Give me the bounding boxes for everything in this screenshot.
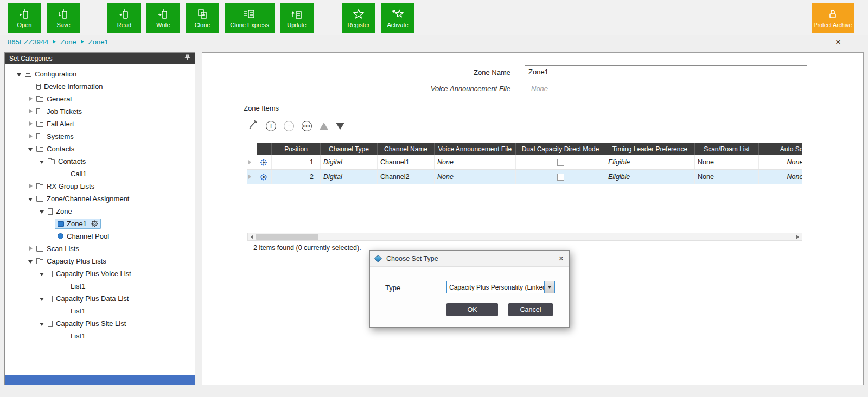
zone-name-input[interactable] (525, 65, 807, 78)
pin-icon[interactable] (184, 54, 190, 62)
chevron-down-icon[interactable] (40, 271, 45, 277)
tree-item-voice-list1[interactable]: List1 (5, 280, 195, 292)
clone-icon (196, 8, 208, 20)
zone-items-toolbar: + − ••• (247, 119, 344, 133)
selected-item-highlight[interactable]: Zone1 (55, 219, 101, 229)
tree-item-capacity-plus-voice-list[interactable]: Capacity Plus Voice List (5, 267, 195, 280)
header-scan-roam-list[interactable]: Scan/Roam List (695, 143, 759, 155)
cell-position: 1 (272, 155, 321, 169)
tree-item-data-list1[interactable]: List1 (5, 305, 195, 317)
configuration-icon (25, 72, 31, 77)
folder-icon (36, 247, 43, 252)
page-icon (48, 296, 53, 302)
tree-item-capacity-plus-lists[interactable]: Capacity Plus Lists (5, 255, 195, 267)
close-icon[interactable]: × (559, 254, 564, 263)
sidebar-horizontal-scrollbar[interactable] (5, 375, 195, 385)
breadcrumb-device[interactable]: 865EZZ3944 (8, 38, 48, 46)
chevron-right-icon[interactable] (28, 246, 34, 252)
header-voice-announcement-file[interactable]: Voice Announcement File (435, 143, 516, 155)
header-auto-scan[interactable]: Auto Scan (759, 143, 802, 155)
chevron-down-icon[interactable] (40, 296, 45, 302)
dialog-diamond-icon (374, 254, 382, 262)
folder-icon (36, 147, 43, 152)
dialog-titlebar[interactable]: Choose Set Type × (370, 251, 569, 267)
chevron-right-icon[interactable] (28, 121, 34, 127)
breadcrumb-zone1[interactable]: Zone1 (88, 38, 108, 46)
checkbox[interactable] (557, 159, 564, 166)
header-position[interactable]: Position (272, 143, 321, 155)
gear-icon[interactable] (91, 220, 98, 227)
edit-pencil-icon[interactable] (247, 119, 258, 132)
close-icon[interactable]: × (835, 37, 841, 47)
more-options-icon[interactable]: ••• (302, 121, 312, 131)
table-horizontal-scrollbar[interactable] (247, 233, 802, 241)
tree-item-contacts[interactable]: Contacts (5, 143, 195, 155)
register-button[interactable]: Register (342, 3, 375, 33)
tree-item-capacity-plus-data-list[interactable]: Capacity Plus Data List (5, 292, 195, 305)
chevron-down-icon[interactable] (28, 259, 34, 264)
tree-item-job-tickets[interactable]: Job Tickets (5, 105, 195, 118)
tree-item-systems[interactable]: Systems (5, 130, 195, 143)
tree-item-call1[interactable]: Call1 (5, 168, 195, 180)
tree-item-configuration[interactable]: Configuration (5, 68, 195, 80)
header-channel-name[interactable]: Channel Name (378, 143, 435, 155)
dialog-title: Choose Set Type (386, 255, 438, 262)
add-item-icon[interactable]: + (266, 121, 276, 131)
move-up-icon[interactable] (320, 123, 328, 130)
activate-button[interactable]: Activate (381, 3, 414, 33)
move-down-icon[interactable] (336, 123, 344, 130)
header-channel-type[interactable]: Channel Type (321, 143, 378, 155)
tree-item-zone-channel-assignment[interactable]: Zone/Channel Assignment (5, 193, 195, 205)
clone-button[interactable]: Clone (186, 3, 219, 33)
open-button[interactable]: Open (8, 3, 41, 33)
clone-express-button[interactable]: Clone Express (225, 3, 275, 33)
scroll-left-icon[interactable] (248, 233, 256, 240)
chevron-right-icon[interactable] (28, 97, 34, 102)
tree-item-zone1[interactable]: Zone1 (5, 217, 195, 230)
tree-item-device-information[interactable]: Device Information (5, 80, 195, 93)
chevron-down-icon[interactable] (28, 196, 34, 202)
header-dual-capacity-direct-mode[interactable]: Dual Capacity Direct Mode (516, 143, 605, 155)
set-type-dropdown[interactable]: Capacity Plus Personality (Linked (446, 281, 555, 293)
remove-item-icon[interactable]: − (284, 121, 294, 131)
chevron-down-icon[interactable] (544, 281, 554, 293)
save-button[interactable]: Save (47, 3, 80, 33)
update-button[interactable]: Update (280, 3, 314, 33)
read-button[interactable]: Read (107, 3, 141, 33)
folder-icon (36, 122, 43, 127)
table-row[interactable]: 1 Digital Channel1 None Eligible None No… (247, 155, 802, 170)
table-row[interactable]: 2 Digital Channel2 None Eligible None No… (247, 170, 802, 184)
chevron-right-icon[interactable] (28, 134, 34, 139)
tree-item-general[interactable]: General (5, 93, 195, 105)
checkbox[interactable] (557, 174, 564, 181)
voice-announcement-file-value: None (531, 85, 548, 93)
chevron-down-icon[interactable] (28, 146, 34, 152)
radio-icon (36, 84, 41, 90)
write-button[interactable]: Write (146, 3, 180, 33)
chevron-right-icon[interactable] (28, 109, 34, 114)
breadcrumb-zone[interactable]: Zone (60, 38, 76, 46)
chevron-down-icon[interactable] (40, 321, 45, 326)
tree-item-capacity-plus-site-list[interactable]: Capacity Plus Site List (5, 317, 195, 330)
chevron-down-icon[interactable] (40, 159, 45, 164)
page-icon (48, 208, 53, 215)
tree-item-contacts-sub[interactable]: Contacts (5, 155, 195, 168)
row-expander[interactable] (247, 155, 257, 169)
expander-spacer (62, 171, 68, 177)
scroll-right-icon[interactable] (794, 233, 802, 240)
protect-archive-button[interactable]: Protect Archive (812, 3, 854, 33)
header-timing-leader-preference[interactable]: Timing Leader Preference (605, 143, 695, 155)
tree-item-site-list1[interactable]: List1 (5, 330, 195, 342)
tree-item-channel-pool[interactable]: Channel Pool (5, 230, 195, 242)
ok-button[interactable]: OK (446, 303, 498, 316)
chevron-right-icon[interactable] (28, 184, 34, 189)
chevron-down-icon[interactable] (17, 72, 22, 77)
tree-item-rx-group-lists[interactable]: RX Group Lists (5, 180, 195, 193)
tree-item-zone[interactable]: Zone (5, 205, 195, 217)
cancel-button[interactable]: Cancel (508, 303, 553, 316)
row-expander[interactable] (247, 170, 257, 184)
scrollbar-thumb[interactable] (256, 234, 318, 240)
chevron-down-icon[interactable] (40, 209, 45, 214)
tree-item-fall-alert[interactable]: Fall Alert (5, 118, 195, 130)
tree-item-scan-lists[interactable]: Scan Lists (5, 242, 195, 255)
